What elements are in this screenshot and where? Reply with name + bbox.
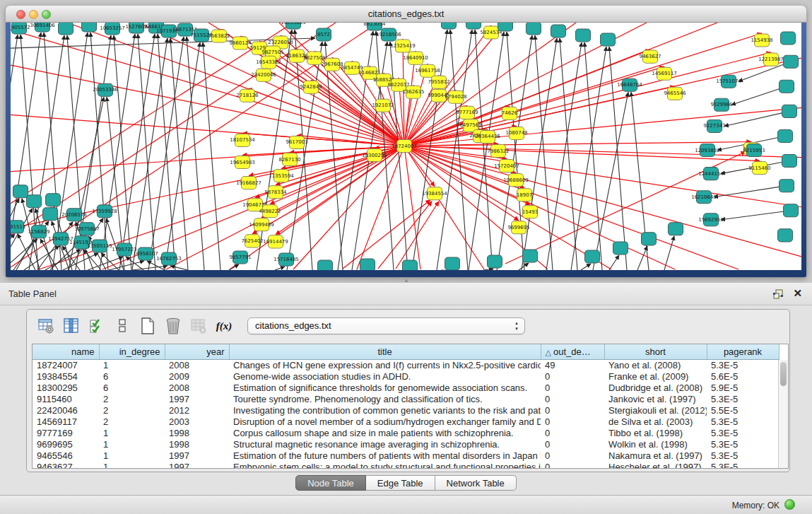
table-cell[interactable]: de Silva et al. (2003)	[604, 416, 707, 427]
table-cell[interactable]: 5.3E-5	[707, 416, 779, 427]
table-cell[interactable]: 5.3E-5	[707, 359, 779, 370]
graph-node[interactable]	[442, 23, 457, 29]
table-cell[interactable]: 0	[541, 450, 604, 461]
graph-node[interactable]	[642, 233, 657, 245]
table-cell[interactable]: 6	[99, 382, 165, 393]
column-header-year[interactable]: year	[165, 344, 229, 359]
table-cell[interactable]: 0	[541, 438, 604, 450]
table-row[interactable]: 1872400712008Changes of HCN gene express…	[33, 359, 779, 370]
panel-resize-handle[interactable]: ▴	[402, 277, 411, 283]
table-cell[interactable]: Franke et al. (2009)	[604, 370, 707, 382]
graph-node[interactable]	[782, 105, 797, 117]
table-cell[interactable]: Estimation of the future numbers of pati…	[229, 450, 541, 461]
graph-node[interactable]	[779, 180, 794, 192]
table-row[interactable]: 911546021997Tourette syndrome. Phenomeno…	[33, 393, 779, 404]
table-cell[interactable]: 1997	[165, 450, 229, 461]
select-rows-icon[interactable]	[86, 315, 107, 337]
table-row[interactable]: 977716911998Corpus callosum shape and si…	[33, 427, 779, 438]
table-cell[interactable]: Genome-wide association studies in ADHD.	[229, 370, 541, 382]
graph-node[interactable]	[551, 25, 566, 37]
table-cell[interactable]: 1997	[165, 393, 229, 404]
table-cell[interactable]: 0	[541, 382, 604, 393]
graph-node[interactable]	[318, 260, 333, 270]
table-row[interactable]: 969969511998Structural magnetic resonanc…	[33, 438, 779, 450]
table-cell[interactable]: 1	[99, 359, 165, 370]
graph-node[interactable]	[779, 80, 794, 93]
graph-node[interactable]	[523, 250, 538, 262]
table-cell[interactable]: 0	[541, 416, 604, 427]
graph-node[interactable]	[778, 129, 793, 142]
table-cell[interactable]: 2012	[165, 404, 229, 416]
table-cell[interactable]: 2003	[165, 416, 229, 427]
table-cell[interactable]: Estimation of significance thresholds fo…	[229, 382, 541, 393]
table-cell[interactable]: 18724007	[33, 359, 99, 370]
graph-node[interactable]	[613, 242, 628, 255]
graph-node[interactable]	[526, 23, 541, 35]
delete-table-icon[interactable]	[188, 315, 209, 337]
table-cell[interactable]: 1998	[165, 427, 229, 438]
table-cell[interactable]: 0	[541, 370, 604, 382]
table-cell[interactable]: 5.3E-5	[707, 427, 779, 438]
table-cell[interactable]: 2008	[165, 382, 229, 393]
table-cell[interactable]: Tourette syndrome. Phenomenology and cla…	[229, 393, 541, 404]
graph-node[interactable]	[781, 32, 796, 45]
graph-node[interactable]	[466, 23, 481, 29]
graph-node[interactable]	[403, 260, 418, 270]
graph-node[interactable]	[82, 23, 97, 32]
tab-node-table[interactable]: Node Table	[295, 475, 366, 491]
delete-icon[interactable]	[163, 315, 184, 337]
citation-graph[interactable]: 1830029519384554961700318107534196549838…	[11, 23, 801, 270]
table-cell[interactable]: Changes of HCN gene expression and I(f) …	[229, 359, 541, 370]
table-row[interactable]: 1830029562008Estimation of significance …	[33, 382, 779, 393]
table-cell[interactable]: 1	[99, 461, 165, 469]
table-cell[interactable]: 2009	[165, 370, 229, 382]
table-cell[interactable]: Structural magnetic resonance image aver…	[229, 438, 541, 450]
row-height-icon[interactable]	[112, 315, 133, 337]
graph-node[interactable]	[360, 259, 375, 270]
table-row[interactable]: 946362711997Embryonic stem cells: a mode…	[33, 461, 779, 469]
table-cell[interactable]: 1997	[165, 461, 229, 469]
table-cell[interactable]: 1	[99, 438, 165, 450]
table-cell[interactable]: Nakamura et al. (1997)	[604, 450, 707, 461]
table-cell[interactable]: Corpus callosum shape and size in male p…	[229, 427, 541, 438]
table-row[interactable]: 1456911722003Disruption of a novel membe…	[33, 416, 779, 427]
graph-node[interactable]	[778, 229, 793, 242]
table-cell[interactable]: 6	[99, 370, 165, 382]
graph-node[interactable]	[488, 255, 502, 268]
table-cell[interactable]: 5.3E-5	[707, 438, 779, 450]
table-cell[interactable]: 14569117	[33, 416, 99, 427]
table-cell[interactable]: 0	[541, 393, 604, 404]
table-cell[interactable]: 9777169	[33, 427, 99, 438]
table-cell[interactable]: 22420046	[33, 404, 99, 416]
table-cell[interactable]: 5.6E-5	[707, 370, 779, 382]
graph-node[interactable]	[784, 55, 799, 68]
table-cell[interactable]: 0	[541, 427, 604, 438]
column-header-out_de[interactable]: △out_de…	[541, 344, 604, 359]
table-cell[interactable]: 5.9E-5	[707, 382, 779, 393]
table-settings-icon[interactable]	[35, 315, 57, 337]
node-table-grid[interactable]: namein_degreeyeartitle△out_de…shortpager…	[33, 344, 779, 469]
graph-node[interactable]	[576, 29, 591, 42]
window-titlebar[interactable]: citations_edges.txt	[6, 6, 806, 23]
table-cell[interactable]: 5.5E-5	[707, 404, 779, 416]
table-cell[interactable]: 1998	[165, 438, 229, 450]
table-cell[interactable]: Embryonic stem cells: a model to study s…	[229, 461, 541, 469]
table-scrollbar-thumb[interactable]	[780, 362, 787, 386]
table-cell[interactable]: 9463627	[33, 461, 99, 469]
table-cell[interactable]: 1	[99, 427, 165, 438]
graph-node[interactable]	[669, 223, 683, 235]
table-cell[interactable]: 9465546	[33, 450, 99, 461]
table-row[interactable]: 1938455462009Genome-wide association stu…	[33, 370, 779, 382]
table-scrollbar[interactable]	[778, 360, 788, 468]
table-cell[interactable]: 19384554	[33, 370, 99, 382]
table-cell[interactable]: 2	[99, 393, 165, 404]
table-cell[interactable]: 18300295	[33, 382, 99, 393]
table-cell[interactable]: 5.3E-5	[707, 393, 779, 404]
graph-node[interactable]	[784, 204, 799, 217]
tab-edge-table[interactable]: Edge Table	[366, 475, 435, 491]
table-cell[interactable]: Stergiakouli et al. (2012)	[604, 404, 707, 416]
table-row[interactable]: 2242004622012Investigating the contribut…	[33, 404, 779, 416]
column-header-name[interactable]: name	[33, 344, 99, 359]
float-panel-icon[interactable]	[772, 288, 784, 300]
table-cell[interactable]: Dudbridge et al. (2008)	[604, 382, 707, 393]
